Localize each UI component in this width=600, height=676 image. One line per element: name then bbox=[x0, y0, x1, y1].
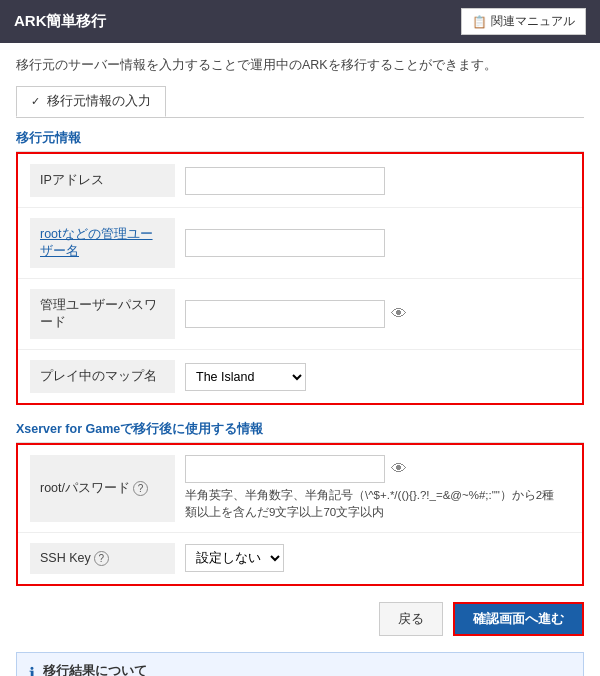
tab-label: 移行元情報の入力 bbox=[47, 94, 151, 108]
content-ssh-key: 設定しない bbox=[175, 544, 570, 572]
input-username[interactable] bbox=[185, 229, 385, 257]
section1-title: 移行元情報 bbox=[16, 130, 584, 152]
content-ip bbox=[175, 167, 570, 195]
form-row-ip: IPアドレス bbox=[18, 154, 582, 208]
input-admin-password[interactable] bbox=[185, 300, 385, 328]
chevron-icon: ✓ bbox=[31, 95, 40, 107]
page-header: ARK簡単移行 📋 関連マニュアル bbox=[0, 0, 600, 43]
content-admin-password: 👁 bbox=[175, 300, 570, 328]
toggle-root-password-icon[interactable]: 👁 bbox=[391, 460, 407, 478]
input-root-password[interactable] bbox=[185, 455, 385, 483]
content-username bbox=[175, 229, 570, 257]
label-admin-password: 管理ユーザーパスワード bbox=[30, 289, 175, 339]
select-ssh-key[interactable]: 設定しない bbox=[185, 544, 284, 572]
form-row-ssh-key: SSH Key ? 設定しない bbox=[18, 533, 582, 584]
help-icon-root-password[interactable]: ? bbox=[133, 481, 148, 496]
section2-form-box: root/パスワード ? 👁 半角英字、半角数字、半角記号（\^$+.*/(()… bbox=[16, 443, 584, 586]
form-row-username: rootなどの管理ユーザー名 bbox=[18, 208, 582, 279]
book-icon: 📋 bbox=[472, 15, 487, 29]
section1-form-box: IPアドレス rootなどの管理ユーザー名 管理ユーザーパスワード 👁 bbox=[16, 152, 584, 405]
info-icon: ℹ bbox=[29, 664, 35, 677]
content-root-password: 👁 半角英字、半角数字、半角記号（\^$+.*/((){}.?!_=&@~%#;… bbox=[175, 455, 570, 522]
password-input-wrap: 👁 bbox=[185, 455, 560, 483]
help-icon-ssh-key[interactable]: ? bbox=[94, 551, 109, 566]
label-ssh-key: SSH Key ? bbox=[30, 543, 175, 574]
info-title: 移行結果について bbox=[43, 663, 552, 677]
button-row: 戻る 確認画面へ進む bbox=[16, 602, 584, 636]
form-row-root-password: root/パスワード ? 👁 半角英字、半角数字、半角記号（\^$+.*/(()… bbox=[18, 445, 582, 533]
back-button[interactable]: 戻る bbox=[379, 602, 443, 636]
page-title: ARK簡単移行 bbox=[14, 12, 107, 31]
section-source-info: 移行元情報 IPアドレス rootなどの管理ユーザー名 管理ユーザーパスワード bbox=[16, 130, 584, 405]
page-description: 移行元のサーバー情報を入力することで運用中のARKを移行することができます。 bbox=[16, 57, 584, 74]
main-content: 移行元のサーバー情報を入力することで運用中のARKを移行することができます。 ✓… bbox=[0, 43, 600, 676]
toggle-password-icon[interactable]: 👁 bbox=[391, 305, 407, 323]
label-root-password: root/パスワード ? bbox=[30, 455, 175, 522]
input-ip[interactable] bbox=[185, 167, 385, 195]
manual-button-label: 関連マニュアル bbox=[491, 13, 575, 30]
section-xserver-info: Xserver for Gameで移行後に使用する情報 root/パスワード ?… bbox=[16, 421, 584, 586]
password-hint: 半角英字、半角数字、半角記号（\^$+.*/((){}.?!_=&@~%#;:"… bbox=[185, 487, 560, 522]
tab-bar: ✓ 移行元情報の入力 bbox=[16, 86, 584, 118]
next-button[interactable]: 確認画面へ進む bbox=[453, 602, 584, 636]
label-map: プレイ中のマップ名 bbox=[30, 360, 175, 393]
select-map[interactable]: The Island Scorched Earth Aberration Ext… bbox=[185, 363, 306, 391]
form-row-map: プレイ中のマップ名 The Island Scorched Earth Aber… bbox=[18, 350, 582, 403]
section2-title: Xserver for Gameで移行後に使用する情報 bbox=[16, 421, 584, 443]
form-row-admin-password: 管理ユーザーパスワード 👁 bbox=[18, 279, 582, 350]
label-ip: IPアドレス bbox=[30, 164, 175, 197]
tab-migration-input[interactable]: ✓ 移行元情報の入力 bbox=[16, 86, 166, 117]
label-username: rootなどの管理ユーザー名 bbox=[30, 218, 175, 268]
info-box: ℹ 移行結果について 移行の結果についてはXserverアカウントに登録している… bbox=[16, 652, 584, 677]
manual-button[interactable]: 📋 関連マニュアル bbox=[461, 8, 586, 35]
content-map: The Island Scorched Earth Aberration Ext… bbox=[175, 363, 570, 391]
info-content: 移行結果について 移行の結果についてはXserverアカウントに登録しているメー… bbox=[43, 663, 552, 677]
